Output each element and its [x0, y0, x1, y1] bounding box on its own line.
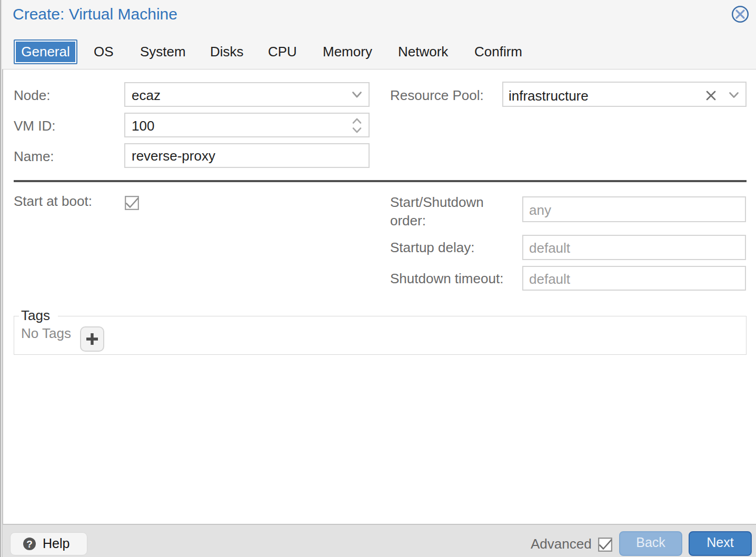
svg-text:?: ?: [26, 539, 33, 550]
